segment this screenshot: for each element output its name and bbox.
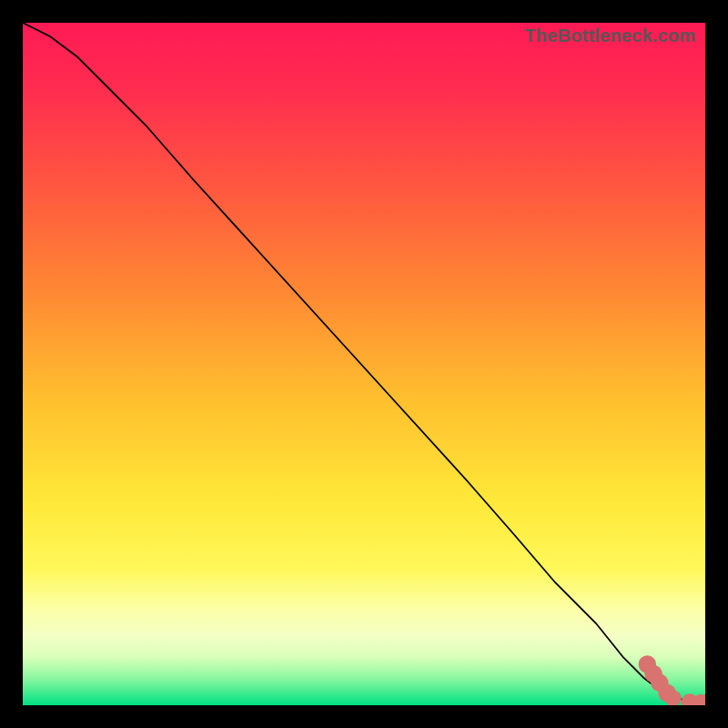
chart-stage: TheBottleneck.com [0,0,728,728]
plot-area: TheBottleneck.com [23,23,705,705]
chart-overlay [23,23,705,705]
scatter-pill [514,487,555,535]
scatter-dots [639,655,705,705]
scatter-pill [590,579,607,600]
scatter-pill [559,538,582,565]
scatter-pills [514,487,641,651]
scatter-pill [613,613,623,627]
scatter-pill [627,633,641,651]
curve-line [23,23,705,704]
